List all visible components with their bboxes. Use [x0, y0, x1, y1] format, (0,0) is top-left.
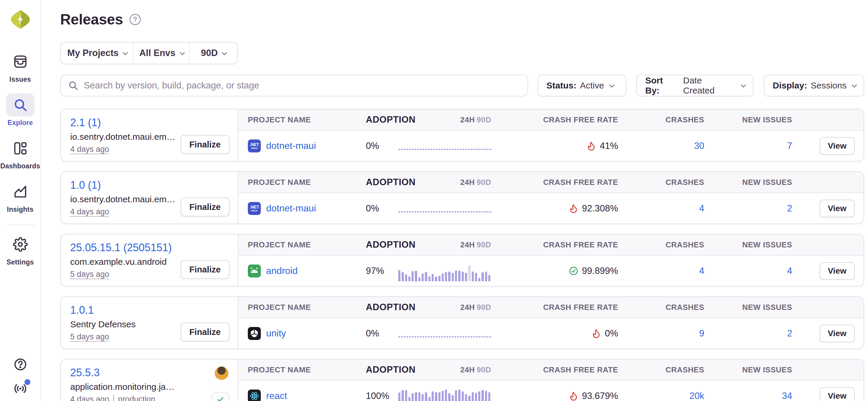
project-link[interactable]: react — [266, 390, 287, 401]
release-timestamp[interactable]: 4 days ago — [70, 145, 109, 154]
project-link[interactable]: dotnet-maui — [266, 203, 316, 214]
help-icon[interactable] — [13, 357, 27, 371]
status-label: Status: — [547, 80, 577, 91]
col-period: 24H90D — [398, 365, 491, 374]
release-table-header: PROJECT NAME ADOPTION 24H90D CRASH FREE … — [238, 297, 864, 318]
adoption-value: 0% — [366, 203, 398, 214]
help-tooltip-icon[interactable]: ? — [129, 14, 141, 25]
chevron-down-icon — [123, 50, 128, 55]
col-period: 24H90D — [398, 178, 491, 187]
crashes-link[interactable]: 4 — [699, 203, 704, 213]
release-card: 25.05.15.1 (2505151) com.example.vu.andr… — [61, 234, 238, 286]
col-crashes: CRASHES — [618, 240, 704, 249]
display-dropdown[interactable]: Display: Sessions — [764, 75, 864, 96]
adoption-value: 100% — [366, 391, 398, 401]
view-button[interactable]: View — [819, 200, 855, 217]
chevron-down-icon — [852, 82, 857, 88]
col-project-name: PROJECT NAME — [248, 365, 366, 374]
release-list: 2.1 (1) io.sentry.dotnet.maui.em… 4 days… — [60, 109, 864, 401]
release-timestamp[interactable]: 4 days ago — [70, 395, 109, 401]
release-table: PROJECT NAME ADOPTION 24H90D CRASH FREE … — [238, 109, 864, 161]
react-project-icon — [248, 390, 261, 401]
col-adoption: ADOPTION — [366, 177, 398, 188]
view-button[interactable]: View — [819, 387, 855, 401]
col-crash-free-rate: CRASH FREE RATE — [491, 240, 618, 249]
col-crashes: CRASHES — [618, 303, 704, 312]
projects-filter-dropdown[interactable]: My Projects — [61, 42, 133, 64]
col-crash-free-rate: CRASH FREE RATE — [491, 365, 618, 374]
release-group: 2.1 (1) io.sentry.dotnet.maui.em… 4 days… — [60, 109, 864, 162]
crash-free-cell: 0% — [491, 328, 618, 339]
sidebar-item-insights[interactable]: Insights — [0, 180, 40, 213]
crash-free-value: 99.899% — [582, 266, 618, 276]
app-root: Issues Explore Dashboards — [0, 0, 868, 401]
adoption-chart — [398, 193, 491, 224]
release-project-row: unity 0% 0% 9 2 View — [238, 318, 864, 348]
crashes-link[interactable]: 20k — [689, 391, 704, 401]
view-button[interactable]: View — [819, 325, 855, 342]
sidebar-item-issues[interactable]: Issues — [0, 50, 40, 83]
sort-by-value: Date Created — [683, 75, 736, 96]
release-timestamp[interactable]: 4 days ago — [70, 207, 109, 216]
crash-free-value: 93.679% — [582, 391, 618, 401]
release-timestamp[interactable]: 5 days ago — [70, 332, 109, 341]
crashes-link[interactable]: 30 — [694, 141, 704, 151]
finalize-button[interactable]: Finalize — [181, 198, 229, 216]
col-project-name: PROJECT NAME — [248, 303, 366, 312]
environments-filter-dropdown[interactable]: All Envs — [133, 42, 189, 64]
release-version-link[interactable]: 25.05.15.1 (2505151) — [70, 241, 172, 254]
dotnet-maui-project-icon: .NETMAUI — [248, 139, 261, 153]
col-crashes: CRASHES — [618, 178, 704, 187]
new-issues-link[interactable]: 34 — [782, 391, 792, 401]
new-issues-link[interactable]: 7 — [787, 141, 792, 151]
release-card: 25.5.3 application.monitoring.ja… 4 days… — [61, 360, 238, 401]
display-value: Sessions — [811, 80, 847, 91]
new-issues-link[interactable]: 2 — [787, 203, 792, 213]
project-link[interactable]: unity — [266, 328, 286, 339]
release-version-link[interactable]: 1.0 (1) — [70, 179, 101, 191]
page-header: Releases ? — [60, 9, 864, 30]
release-version-link[interactable]: 2.1 (1) — [70, 116, 101, 129]
search-icon — [68, 80, 79, 91]
release-version-link[interactable]: 25.5.3 — [70, 367, 100, 379]
sidebar-item-explore[interactable]: Explore — [0, 94, 40, 127]
sidebar-item-dashboards[interactable]: Dashboards — [0, 137, 40, 170]
release-timestamp[interactable]: 5 days ago — [70, 270, 109, 279]
sort-by-dropdown[interactable]: Sort By: Date Created — [637, 75, 753, 96]
new-issues-link[interactable]: 4 — [787, 266, 792, 276]
crashes-link[interactable]: 4 — [699, 266, 704, 276]
view-button[interactable]: View — [819, 262, 855, 280]
view-button[interactable]: View — [819, 137, 855, 155]
project-link[interactable]: android — [266, 265, 298, 276]
crash-free-value: 0% — [605, 328, 618, 339]
col-project-name: PROJECT NAME — [248, 178, 366, 187]
broadcast-icon[interactable] — [13, 381, 27, 396]
col-crash-free-rate: CRASH FREE RATE — [491, 303, 618, 312]
col-new-issues: NEW ISSUES — [704, 178, 792, 187]
release-package: application.monitoring.ja… — [70, 382, 228, 392]
release-version-link[interactable]: 1.0.1 — [70, 304, 94, 316]
release-table-header: PROJECT NAME ADOPTION 24H90D CRASH FREE … — [238, 109, 864, 131]
release-table: PROJECT NAME ADOPTION 24H90D CRASH FREE … — [238, 172, 864, 224]
project-link[interactable]: dotnet-maui — [266, 140, 316, 151]
new-issues-link[interactable]: 2 — [787, 328, 792, 338]
search-box — [60, 75, 528, 96]
search-input[interactable] — [84, 80, 521, 91]
crashes-link[interactable]: 9 — [699, 328, 704, 338]
sentry-logo[interactable] — [10, 9, 30, 30]
col-crashes: CRASHES — [618, 115, 704, 125]
status-dropdown[interactable]: Status: Active — [537, 75, 626, 96]
page-title: Releases — [60, 11, 123, 28]
date-range-filter-dropdown[interactable]: 90D — [189, 42, 237, 64]
col-adoption: ADOPTION — [366, 239, 398, 250]
finalize-button[interactable]: Finalize — [181, 323, 229, 341]
adoption-value: 0% — [366, 328, 398, 339]
adoption-chart — [398, 381, 491, 401]
sort-by-label: Sort By: — [645, 75, 679, 96]
finalize-button[interactable]: Finalize — [181, 135, 229, 154]
col-project-name: PROJECT NAME — [248, 240, 366, 249]
search-icon — [6, 94, 34, 116]
sidebar-item-settings[interactable]: Settings — [0, 233, 40, 266]
release-group: 25.05.15.1 (2505151) com.example.vu.andr… — [60, 234, 864, 287]
finalize-button[interactable]: Finalize — [181, 260, 229, 279]
